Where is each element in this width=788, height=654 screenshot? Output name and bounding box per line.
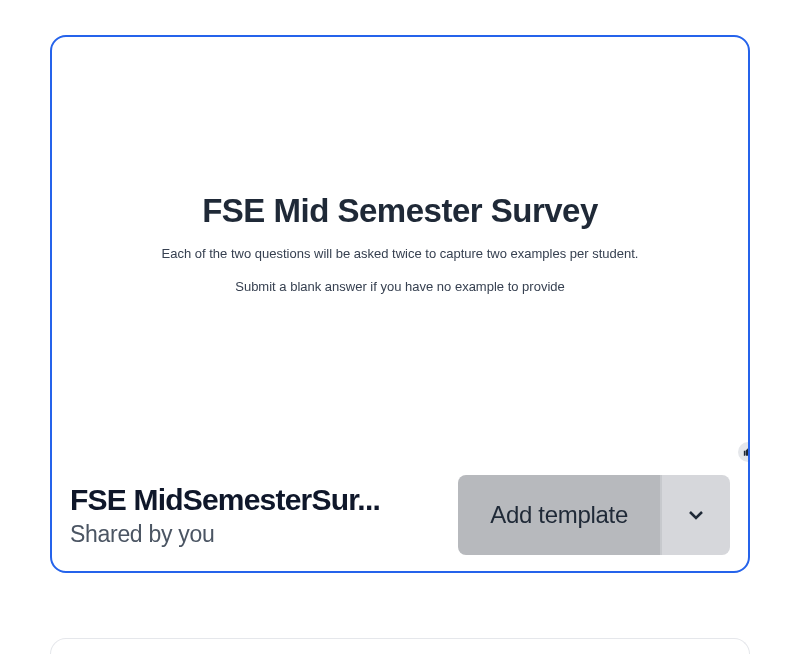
card-footer: FSE MidSemesterSur... Shared by you Add … [52,465,748,573]
template-options-dropdown-button[interactable] [660,475,730,555]
preview-description-line1: Each of the two questions will be asked … [162,244,639,264]
preview-title: FSE Mid Semester Survey [202,192,598,230]
footer-text-block: FSE MidSemesterSur... Shared by you [70,483,442,548]
button-group: Add template [458,475,730,555]
next-card-peek [50,638,750,654]
template-name: FSE MidSemesterSur... [70,483,442,517]
template-shared-by: Shared by you [70,521,442,548]
preview-description-line2: Submit a blank answer if you have no exa… [235,277,565,297]
thumbs-up-icon [738,442,750,462]
template-card[interactable]: FSE Mid Semester Survey Each of the two … [50,35,750,573]
add-template-button[interactable]: Add template [458,475,660,555]
template-preview: FSE Mid Semester Survey Each of the two … [52,37,748,465]
chevron-down-icon [684,503,708,527]
